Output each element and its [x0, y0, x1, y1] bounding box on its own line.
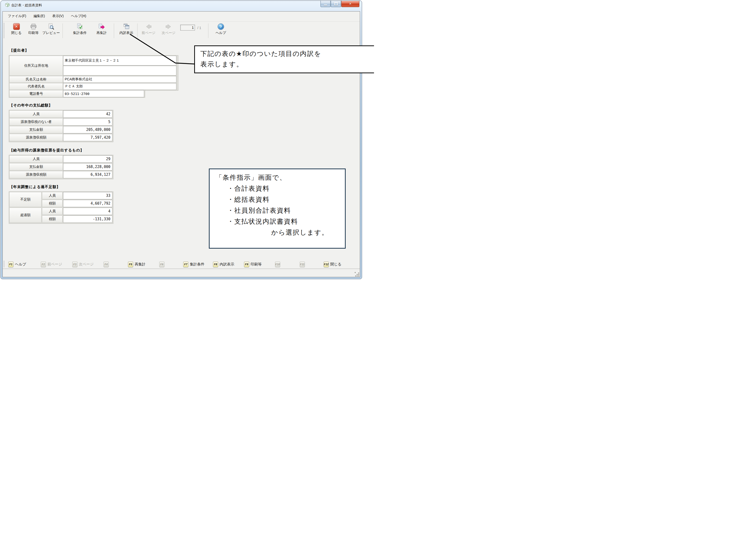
- address-line2-value: [63, 66, 177, 75]
- fkey-f12-close[interactable]: F12閉じる: [324, 261, 342, 267]
- fkey-f5-recalc[interactable]: F5再集計: [128, 261, 146, 267]
- breakdown-panes-icon: [123, 23, 130, 30]
- callout-text: 表示します。: [200, 59, 374, 70]
- row-label-representative: 代表者氏名: [9, 83, 63, 90]
- row-value: 42: [63, 110, 112, 118]
- close-icon: ✕: [349, 2, 352, 5]
- preview-button[interactable]: プレビュー: [42, 23, 61, 38]
- resize-grip[interactable]: [355, 272, 356, 273]
- row-label: 源泉徴収税額: [9, 171, 63, 178]
- page-total-label: / 1: [197, 26, 201, 30]
- conditions-checklist-icon: [76, 23, 83, 30]
- row-value: 5: [63, 118, 112, 125]
- section-title-submitter: 【提出者】: [9, 48, 29, 53]
- row-value: 29: [63, 155, 112, 163]
- printer-icon: [30, 23, 37, 30]
- help-button[interactable]: ? ヘルプ: [213, 23, 229, 38]
- callout-option: ・合計表資料: [215, 183, 345, 194]
- callout-option: ・社員別合計表資料: [215, 205, 345, 216]
- menu-bar: ファイル(F) 編集(E) 表示(V) ヘルプ(H): [8, 14, 86, 18]
- fkey-f6-unassigned: F6: [159, 261, 166, 267]
- fkey-f7-conditions[interactable]: F7集計条件: [183, 261, 205, 267]
- selection-note-callout: 「条件指示」画面で、 ・合計表資料 ・総括表資料 ・社員別合計表資料 ・支払状況…: [209, 168, 346, 249]
- app-cube-icon: [5, 2, 10, 7]
- row-value: 6,934,127: [63, 171, 112, 178]
- page-number-input[interactable]: [180, 25, 195, 30]
- fkey-f1-help[interactable]: F1ヘルプ: [8, 261, 26, 267]
- toolbar-separator: [208, 23, 208, 38]
- conditions-button[interactable]: 集計条件: [71, 23, 89, 38]
- name-value: PCA商事株式会社: [63, 76, 177, 83]
- fkey-f2-prev-page: F2前ページ: [41, 261, 62, 267]
- screenshot-root: 合計表・総括表資料 ✕ ファイル(F) 編集(E) 表示(V) ヘルプ(H) ✕…: [0, 0, 374, 280]
- fkey-f3-next-page: F3次ページ: [72, 261, 94, 267]
- callout-option: ・支払状況内訳書資料: [215, 216, 345, 227]
- maximize-button[interactable]: [331, 1, 341, 7]
- close-tool-icon: ✕: [13, 23, 20, 30]
- preview-icon: [48, 23, 54, 30]
- phone-value: 03-5211-2700: [63, 90, 144, 97]
- row-value: -131,330: [63, 215, 112, 223]
- breakdown-note-callout: 下記の表の★印のついた項目の内訳を 表示します。: [194, 45, 374, 73]
- close-tool-button[interactable]: ✕ 閉じる: [9, 23, 24, 38]
- row-label: 人員: [9, 110, 63, 118]
- row-label: 源泉徴収税のない者: [9, 118, 63, 125]
- row-label: 源泉徴収税額: [9, 134, 63, 141]
- representative-value: ＰＣＡ 太郎: [63, 83, 177, 90]
- next-page-button: 次ページ: [160, 23, 177, 38]
- arrow-right-icon: [165, 23, 172, 30]
- fkey-f11-unassigned: F11: [300, 261, 306, 267]
- row-label: 人員: [42, 208, 63, 215]
- callout-text: 下記の表の★印のついた項目の内訳を: [200, 49, 374, 59]
- toolbar-drag-handle[interactable]: [4, 23, 4, 38]
- address-line1-value: 東京都千代田区富士見１－２－２１: [63, 56, 177, 66]
- row-label: 人員: [9, 155, 63, 163]
- breakdown-button[interactable]: 内訳表示: [117, 23, 136, 38]
- row-value: 205,489,000: [63, 126, 112, 133]
- prev-page-button: 前ページ: [140, 23, 157, 38]
- row-label-address: 住所又は所在地: [9, 56, 63, 76]
- menu-edit[interactable]: 編集(E): [33, 14, 45, 18]
- close-button[interactable]: ✕: [341, 1, 359, 7]
- fkey-f10-unassigned: F10: [275, 261, 282, 267]
- row-label: 税額: [42, 200, 63, 207]
- menu-help[interactable]: ヘルプ(H): [71, 14, 86, 18]
- row-label: 人員: [42, 192, 63, 199]
- callout-option: ・総括表資料: [215, 194, 345, 205]
- window-title: 合計表・総括表資料: [11, 3, 42, 7]
- fkey-f9-print[interactable]: F9印刷等: [244, 261, 262, 267]
- row-label-phone: 電話番号: [9, 90, 63, 97]
- fkey-f8-breakdown[interactable]: F8内訳表示: [213, 261, 234, 267]
- row-value: 4,607,792: [63, 200, 112, 207]
- menu-file[interactable]: ファイル(F): [8, 14, 26, 18]
- arrow-left-icon: [145, 23, 152, 30]
- help-icon: ?: [218, 23, 224, 30]
- section-title-yearend-adjustment: 【年末調整による過不足額】: [9, 185, 60, 189]
- row-label-name: 氏名又は名称: [9, 76, 63, 83]
- callout-text: 「条件指示」画面で、: [215, 172, 345, 183]
- group-label-shortfall: 不足額: [9, 192, 42, 207]
- section-title-withholding-slips: 【給与所得の源泉徴収票を提出するもの】: [9, 148, 84, 153]
- menu-view[interactable]: 表示(V): [52, 14, 64, 18]
- print-button[interactable]: 印刷等: [26, 23, 41, 38]
- section-title-annual-payment: 【その年中の支払総額】: [9, 103, 52, 108]
- toolbar-separator: [63, 23, 63, 38]
- row-value: 168,228,000: [63, 163, 112, 170]
- minimize-icon: [324, 5, 327, 5]
- maximize-icon: [334, 2, 338, 5]
- row-value: 4: [63, 208, 112, 215]
- minimize-button[interactable]: [321, 1, 330, 7]
- fkey-f4-unassigned: F4: [103, 261, 110, 267]
- callout-text: から選択します。: [215, 227, 345, 238]
- row-label: 税額: [42, 215, 63, 223]
- fkeybar-drag-handle[interactable]: [4, 261, 4, 267]
- row-label: 支払金額: [9, 163, 63, 170]
- group-label-excess: 超過額: [9, 208, 42, 223]
- statusbar-separator: [3, 269, 360, 269]
- recalc-arrow-icon: [98, 23, 105, 30]
- recalc-button[interactable]: 再集計: [93, 23, 111, 38]
- toolbar-separator: [137, 23, 138, 38]
- row-label: 支払金額: [9, 126, 63, 133]
- row-value: 33: [63, 192, 112, 199]
- row-value: 7,597,420: [63, 134, 112, 141]
